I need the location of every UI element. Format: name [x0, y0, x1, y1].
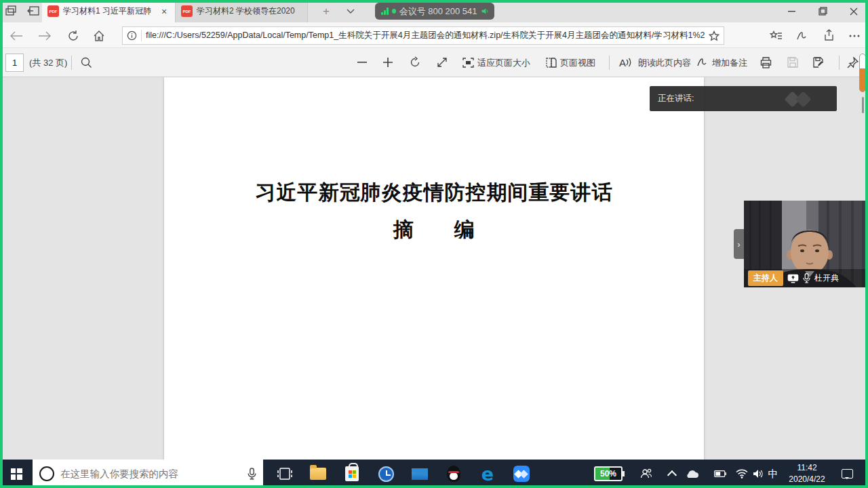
full-screen-icon[interactable] — [435, 55, 450, 70]
taskbar-clock[interactable]: 11:42 2020/4/22 — [780, 462, 834, 485]
microphone-icon — [803, 273, 810, 283]
url-separator — [141, 30, 142, 41]
info-icon[interactable] — [127, 30, 137, 41]
people-tray-icon[interactable] — [636, 460, 656, 488]
folder-icon — [310, 468, 326, 480]
save-as-icon[interactable] — [811, 55, 826, 70]
page-number-input[interactable]: 1 — [5, 54, 24, 72]
speaking-indicator-overlay: 正在讲话: — [650, 86, 837, 111]
back-icon[interactable] — [8, 28, 24, 44]
tab-list-dropdown-icon[interactable] — [343, 4, 358, 19]
window-minimize-button[interactable] — [780, 0, 803, 22]
battery-percent-widget[interactable]: 50% — [594, 466, 623, 481]
window-close-button[interactable] — [842, 0, 865, 22]
home-icon[interactable] — [91, 28, 107, 44]
voice-search-mic-icon[interactable] — [248, 468, 256, 480]
url-text[interactable]: file:///C:/Users/52259/AppData/Local/Tem… — [146, 30, 705, 41]
video-panel-collapse-handle[interactable]: › — [734, 229, 744, 259]
search-document-icon[interactable] — [79, 55, 94, 70]
tabs-preview-icon[interactable] — [5, 5, 19, 17]
pdf-toolbar: 1 (共 32 页) 适应页面大小 页面视图 A 朗读此页内容 — [0, 48, 868, 77]
taskbar-search-box[interactable] — [33, 460, 263, 488]
tab-title: 学习材料1 习近平新冠肺 — [63, 5, 155, 17]
signal-strength-icon — [381, 7, 389, 15]
alarms-clock-icon[interactable] — [371, 460, 401, 488]
task-view-icon[interactable] — [270, 460, 300, 488]
battery-tray-icon[interactable] — [711, 460, 730, 488]
meeting-id-pill[interactable]: 会议号 800 200 541 — [375, 3, 494, 20]
document-title: 习近平新冠肺炎疫情防控期间重要讲话 — [164, 179, 704, 207]
document-subtitle: 摘 编 — [164, 216, 704, 244]
print-icon[interactable] — [758, 55, 773, 70]
add-note-pen-icon[interactable] — [694, 55, 709, 70]
pin-toolbar-icon[interactable] — [845, 55, 860, 70]
toolbar-separator — [839, 56, 840, 70]
clock-icon — [378, 466, 394, 482]
edge-browser-icon[interactable]: e — [473, 460, 502, 488]
add-note-label[interactable]: 增加备注 — [712, 57, 747, 69]
fit-page-label[interactable]: 适应页面大小 — [477, 57, 530, 69]
zoom-out-icon[interactable] — [355, 55, 370, 70]
more-options-icon[interactable] — [846, 28, 863, 44]
ime-chinese-label: 中 — [768, 468, 778, 481]
pdf-page: 习近平新冠肺炎疫情防控期间重要讲话 摘 编 — [164, 77, 704, 460]
save-icon — [785, 55, 800, 70]
read-aloud-icon[interactable]: A — [616, 55, 635, 70]
toolbar-separator — [609, 56, 610, 70]
scrollbar-track-mark — [862, 97, 864, 113]
window-restore-button[interactable] — [811, 0, 834, 22]
chevron-right-icon: › — [737, 239, 740, 249]
meeting-id-label: 会议号 800 200 541 — [399, 5, 477, 18]
windows-taskbar: e 50% 中 11:42 2020/4/22 — [0, 460, 868, 488]
microsoft-store-icon[interactable] — [337, 460, 367, 488]
tab-title: 学习材料2 学校领导在2020 — [197, 5, 302, 17]
edge-e-icon: e — [481, 465, 494, 483]
tencent-meeting-app-icon[interactable] — [507, 460, 536, 488]
file-explorer-icon[interactable] — [303, 460, 333, 488]
share-icon[interactable] — [821, 28, 837, 44]
toolbar-separator — [71, 56, 72, 70]
ime-indicator[interactable]: 中 — [765, 460, 781, 488]
speaking-label: 正在讲话: — [658, 93, 694, 104]
penguin-icon — [447, 466, 460, 482]
scrollbar-thumb[interactable] — [859, 54, 866, 92]
fit-page-icon[interactable] — [460, 55, 475, 70]
action-center-icon[interactable] — [835, 460, 859, 488]
cortana-icon — [39, 466, 54, 481]
clock-date: 2020/4/22 — [780, 474, 834, 485]
web-notes-pen-icon[interactable] — [793, 28, 810, 44]
tab-close-icon[interactable]: × — [159, 6, 170, 17]
search-input[interactable] — [60, 468, 241, 479]
desktop-screen: PDF 学习材料1 习近平新冠肺 × PDF 学习材料2 学校领导在2020 +… — [0, 0, 868, 488]
pdf-viewer-area[interactable]: 习近平新冠肺炎疫情防控期间重要讲话 摘 编 — [0, 77, 868, 460]
tencent-meeting-watermark-icon — [784, 92, 814, 106]
participant-video-tile[interactable]: 主持人 杜开典 — [744, 201, 868, 287]
tab-learning-material-1[interactable]: PDF 学习材料1 习近平新冠肺 × — [42, 0, 175, 22]
screen-sharing-icon — [787, 274, 799, 283]
browser-titlebar: PDF 学习材料1 习近平新冠肺 × PDF 学习材料2 学校领导在2020 +… — [0, 0, 868, 22]
connection-status-dot — [392, 9, 396, 14]
meeting-logo-icon — [513, 466, 530, 482]
read-aloud-label[interactable]: 朗读此页内容 — [638, 57, 691, 69]
new-tab-button[interactable]: + — [319, 4, 334, 19]
rotate-icon[interactable] — [408, 55, 422, 70]
page-view-icon[interactable] — [544, 55, 559, 70]
tray-overflow-chevron-icon[interactable] — [663, 460, 681, 488]
address-bar[interactable]: file:///C:/Users/52259/AppData/Local/Tem… — [122, 26, 724, 45]
favorites-hub-icon[interactable] — [768, 28, 784, 44]
zoom-in-icon[interactable] — [380, 55, 395, 70]
mail-app-icon[interactable] — [405, 460, 435, 488]
windows-logo-icon — [11, 468, 22, 480]
set-tabs-aside-icon[interactable] — [27, 5, 41, 17]
qq-app-icon[interactable] — [439, 460, 469, 488]
refresh-icon[interactable] — [65, 28, 81, 44]
clock-time: 11:42 — [780, 462, 834, 474]
page-view-label[interactable]: 页面视图 — [560, 57, 595, 69]
store-bag-icon — [345, 466, 359, 481]
start-button[interactable] — [0, 460, 33, 488]
onedrive-cloud-icon[interactable] — [682, 460, 702, 488]
tab-learning-material-2[interactable]: PDF 学习材料2 学校领导在2020 — [175, 0, 308, 22]
forward-icon[interactable] — [37, 28, 53, 44]
participant-info-bar: 主持人 杜开典 — [744, 269, 868, 287]
add-favorite-star-icon[interactable] — [709, 30, 719, 41]
